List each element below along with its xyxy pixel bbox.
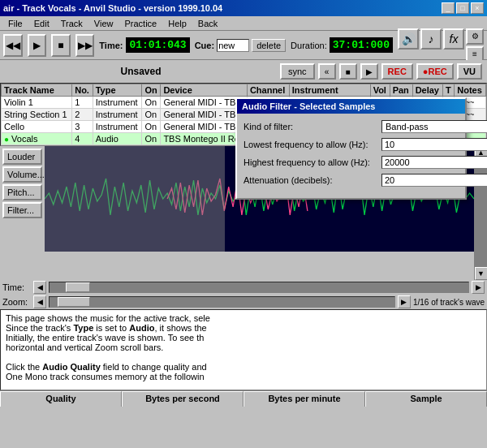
time-scrollbar-thumb[interactable] [66, 282, 90, 292]
zoom-text-label: 1/16 of track's wave [413, 298, 485, 307]
speaker-icon-button[interactable]: 🔊 [398, 28, 419, 50]
unsaved-label: Unsaved [5, 66, 277, 77]
rewind-small-button[interactable]: « [318, 63, 336, 80]
stop-small-button[interactable]: ■ [339, 63, 357, 80]
col-instrument: Instrument [289, 84, 370, 97]
filter-kind-label: Kind of filter: [244, 122, 381, 131]
info-line-4: horizontal and vertical Zoom scroll bars… [6, 342, 481, 352]
col-pan: Pan [390, 84, 412, 97]
info-line-5 [6, 352, 481, 362]
time-label: Time: [99, 41, 123, 50]
bottom-sample: Sample [365, 391, 487, 407]
col-type: Type [93, 84, 142, 97]
col-on: On [142, 84, 161, 97]
time-scroll-left-button[interactable]: ◀ [33, 281, 46, 294]
col-vol: Vol [370, 84, 390, 97]
window-controls: _ □ × [442, 2, 484, 14]
settings-icon-button[interactable]: ⚙ [466, 28, 484, 45]
info-line-3: Initially, the entire track's wave is sh… [6, 333, 481, 342]
col-delay: Delay [412, 84, 442, 97]
second-toolbar: Unsaved sync « ■ ▶ REC ●REC VU [0, 60, 487, 83]
menu-track[interactable]: Track [56, 18, 88, 29]
zoom-scroll-left-button[interactable]: ◀ [33, 295, 46, 308]
time-section: Time: 01:01:043 [99, 37, 189, 53]
lowest-freq-input[interactable] [381, 138, 487, 151]
bottom-bar: Quality Bytes per second Bytes per minut… [0, 390, 487, 407]
lowest-freq-row: Lowest frequency to allow (Hz): [244, 138, 487, 151]
zoom-scroll-right-button[interactable]: ▶ [398, 295, 411, 308]
fx-icon-button[interactable]: fx [443, 28, 464, 50]
pitch-button[interactable]: Pitch... [2, 184, 42, 200]
zoom-scrollbar-row: Zoom: ◀ ▶ 1/16 of track's wave [0, 295, 487, 309]
menu-edit[interactable]: Edit [29, 18, 54, 29]
info-line-7: One Mono track consumes memory at the fo… [6, 372, 481, 381]
audio-filter-dialog[interactable]: Audio Filter - Selected Samples Kind of … [235, 97, 467, 200]
louder-button[interactable]: Louder [2, 149, 42, 165]
dialog-body: Kind of filter: Band-pass Low-pass High-… [237, 114, 465, 198]
scroll-down-button[interactable]: ▼ [475, 267, 488, 280]
menu-back[interactable]: Back [193, 18, 222, 29]
attenuation-row: Attenuation (decibels): [244, 174, 487, 187]
maximize-button[interactable]: □ [456, 2, 469, 14]
lowest-freq-label: Lowest frequency to allow (Hz): [244, 140, 381, 149]
dialog-fields: Kind of filter: Band-pass Low-pass High-… [244, 120, 487, 192]
midi-icon-button[interactable]: ♪ [420, 28, 442, 50]
title-bar: air - Track Vocals - Anvil Studio - vers… [0, 0, 487, 16]
highest-freq-input[interactable] [381, 156, 487, 169]
col-channel: Channel [247, 84, 289, 97]
menu-view[interactable]: View [89, 18, 119, 29]
col-track-name: Track Name [2, 84, 72, 97]
bottom-bytes-per-second: Bytes per second [122, 391, 244, 407]
time-scroll-label: Time: [2, 282, 31, 292]
zoom-scroll-label: Zoom: [2, 297, 31, 307]
transport-ff-button[interactable]: ▶▶ [75, 34, 95, 57]
cue-input[interactable] [217, 39, 249, 52]
time-scrollbar-row: Time: ◀ ▶ [0, 280, 487, 295]
minimize-button[interactable]: _ [442, 2, 455, 14]
attenuation-input[interactable] [381, 174, 487, 187]
zoom-scrollbar-track[interactable] [49, 296, 395, 308]
sync-button[interactable]: sync [280, 63, 315, 80]
left-buttons: Louder Volume... Pitch... Filter... [0, 146, 45, 280]
menu-file[interactable]: File [3, 18, 28, 29]
col-notes: Notes [455, 84, 486, 97]
rec-alt-button[interactable]: ●REC [416, 63, 454, 80]
bottom-bytes-per-minute: Bytes per minute [244, 391, 365, 407]
volume-button[interactable]: Volume... [2, 166, 42, 183]
bottom-quality: Quality [0, 391, 122, 407]
menu-help[interactable]: Help [163, 18, 192, 29]
transport-stop-button[interactable]: ■ [51, 34, 71, 57]
top-toolbar: ◀◀ ▶ ■ ▶▶ Time: 01:01:043 Cue: delete Du… [0, 31, 487, 60]
filter-kind-select[interactable]: Band-pass Low-pass High-pass Notch [381, 120, 487, 133]
info-area: This page shows the music for the active… [0, 309, 487, 390]
cue-section: Cue: delete [195, 39, 286, 52]
col-no: No. [72, 84, 93, 97]
waveform-selection [45, 146, 225, 252]
duration-section: Duration: 37:01:000 [291, 37, 393, 53]
time-scrollbar-track[interactable] [49, 282, 469, 293]
info-line-2: Since the track's Type is set to Audio, … [6, 323, 481, 333]
menu-practice[interactable]: Practice [119, 18, 162, 29]
transport-rewind-button[interactable]: ◀◀ [3, 34, 23, 57]
vu-button[interactable]: VU [457, 63, 482, 80]
dialog-title: Audio Filter - Selected Samples [237, 99, 465, 114]
delete-button[interactable]: delete [252, 39, 286, 52]
dialog-content: Kind of filter: Band-pass Low-pass High-… [244, 120, 459, 192]
time-scroll-right-button[interactable]: ▶ [472, 281, 485, 294]
duration-label: Duration: [291, 41, 327, 50]
rec-button[interactable]: REC [381, 63, 413, 80]
cue-label: Cue: [195, 41, 214, 50]
close-button[interactable]: × [471, 2, 484, 14]
zoom-scrollbar-thumb[interactable] [58, 297, 90, 307]
play-small-button[interactable]: ▶ [360, 63, 378, 80]
col-t: T [443, 84, 455, 97]
duration-display: 37:01:000 [330, 37, 393, 53]
filter-button[interactable]: Filter... [2, 202, 42, 218]
highest-freq-row: Highest frequency to allow (Hz): [244, 156, 487, 169]
attenuation-label: Attenuation (decibels): [244, 175, 381, 185]
transport-play-button[interactable]: ▶ [28, 34, 47, 57]
highest-freq-label: Highest frequency to allow (Hz): [244, 157, 381, 167]
scrollbars-area: Time: ◀ ▶ Zoom: ◀ ▶ 1/16 of track's wave [0, 280, 487, 309]
filter-kind-row: Kind of filter: Band-pass Low-pass High-… [244, 120, 487, 133]
main-window: air - Track Vocals - Anvil Studio - vers… [0, 0, 487, 448]
